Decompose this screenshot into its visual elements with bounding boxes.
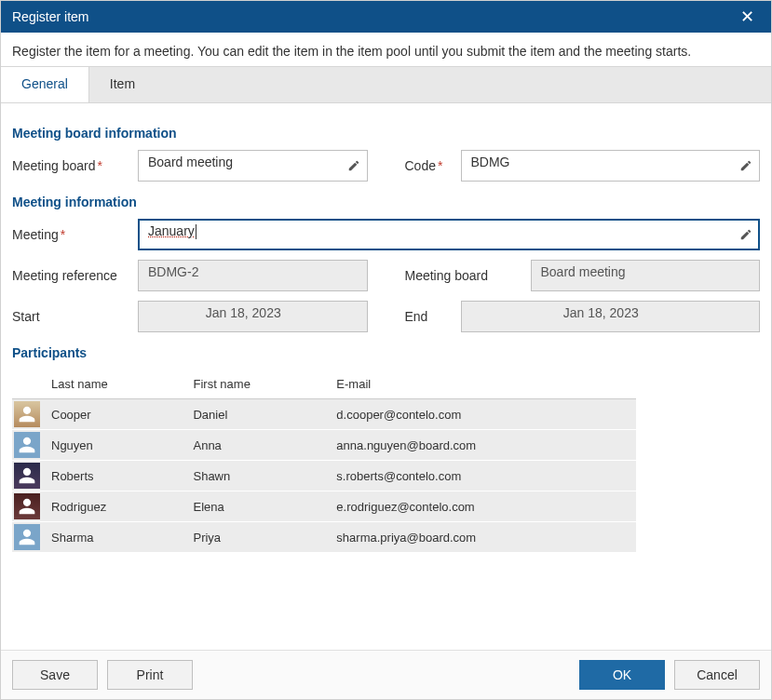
meeting-reference-field: BDMG-2 xyxy=(138,260,368,291)
cell-last-name: Nguyen xyxy=(44,430,185,461)
cell-last-name: Roberts xyxy=(44,461,185,491)
tab-item[interactable]: Item xyxy=(89,67,156,102)
titlebar: Register item ✕ xyxy=(1,1,771,33)
section-participants: Participants xyxy=(12,345,760,360)
code-input[interactable]: BDMG xyxy=(461,150,761,182)
col-first-name[interactable]: First name xyxy=(185,370,329,399)
section-meeting-info: Meeting information xyxy=(12,195,760,209)
cell-email: s.roberts@contelo.com xyxy=(329,461,636,491)
start-date-field: Jan 18, 2023 xyxy=(138,301,368,332)
table-row[interactable]: RobertsShawns.roberts@contelo.com xyxy=(12,461,636,491)
table-row[interactable]: SharmaPriyasharma.priya@board.com xyxy=(12,522,636,553)
edit-icon[interactable] xyxy=(347,159,360,172)
avatar xyxy=(14,432,40,458)
required-marker: * xyxy=(98,158,102,173)
meeting-board-readonly-field: Board meeting xyxy=(531,260,761,291)
label-code: Code* xyxy=(405,158,461,173)
cell-first-name: Priya xyxy=(185,522,329,553)
col-email[interactable]: E-mail xyxy=(329,370,636,399)
cell-last-name: Rodriguez xyxy=(44,491,185,522)
content-area: Meeting board information Meeting board*… xyxy=(1,103,771,650)
save-button[interactable]: Save xyxy=(12,660,98,690)
label-meeting-reference: Meeting reference xyxy=(12,268,138,283)
table-row[interactable]: NguyenAnnaanna.nguyen@board.com xyxy=(12,430,636,461)
label-end: End xyxy=(405,309,461,324)
tab-strip: General Item xyxy=(1,66,771,103)
close-icon[interactable]: ✕ xyxy=(735,7,760,27)
participants-table: Last name First name E-mail CooperDaniel… xyxy=(12,370,636,553)
table-row[interactable]: CooperDanield.cooper@contelo.com xyxy=(12,399,636,430)
avatar xyxy=(14,463,40,489)
cell-email: anna.nguyen@board.com xyxy=(329,430,636,461)
meeting-input[interactable]: January xyxy=(138,219,760,250)
avatar xyxy=(14,401,40,427)
dialog-title: Register item xyxy=(12,9,88,24)
col-avatar xyxy=(12,370,44,399)
label-meeting-board-ro: Meeting board xyxy=(405,268,531,283)
meeting-board-input[interactable]: Board meeting xyxy=(138,150,368,182)
cell-first-name: Daniel xyxy=(185,399,329,430)
cancel-button[interactable]: Cancel xyxy=(674,660,760,690)
print-button[interactable]: Print xyxy=(107,660,193,690)
required-marker: * xyxy=(438,158,442,173)
dialog-description: Register the item for a meeting. You can… xyxy=(1,33,771,66)
end-date-field: Jan 18, 2023 xyxy=(461,301,761,332)
label-meeting-board: Meeting board* xyxy=(12,158,138,173)
required-marker: * xyxy=(61,227,65,242)
edit-icon[interactable] xyxy=(739,228,752,241)
label-start: Start xyxy=(12,309,138,324)
avatar xyxy=(14,524,40,550)
section-board-info: Meeting board information xyxy=(12,126,760,141)
cell-email: sharma.priya@board.com xyxy=(329,522,636,553)
cell-first-name: Elena xyxy=(185,491,329,522)
table-row[interactable]: RodriguezElenae.rodriguez@contelo.com xyxy=(12,491,636,522)
dialog-footer: Save Print OK Cancel xyxy=(1,650,771,699)
cell-email: e.rodriguez@contelo.com xyxy=(329,491,636,522)
ok-button[interactable]: OK xyxy=(579,660,665,690)
avatar xyxy=(14,493,40,519)
cell-last-name: Cooper xyxy=(44,399,185,430)
cell-first-name: Anna xyxy=(185,430,329,461)
edit-icon[interactable] xyxy=(739,159,752,172)
cell-first-name: Shawn xyxy=(185,461,329,491)
col-last-name[interactable]: Last name xyxy=(44,370,185,399)
label-meeting: Meeting* xyxy=(12,227,138,242)
text-caret xyxy=(196,224,196,239)
tab-general[interactable]: General xyxy=(1,67,89,102)
cell-last-name: Sharma xyxy=(44,522,185,553)
cell-email: d.cooper@contelo.com xyxy=(329,399,636,430)
